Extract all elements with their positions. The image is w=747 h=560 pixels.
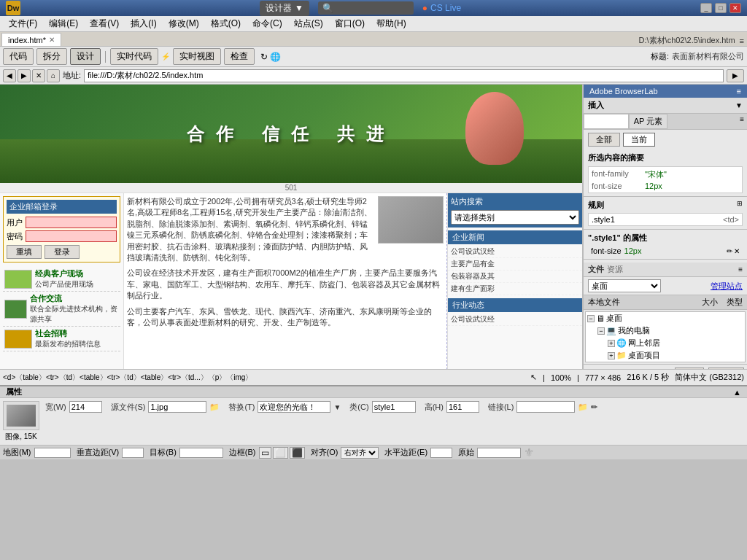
minimize-button[interactable]: _ [700,3,712,13]
file-panel-expand[interactable]: ≡ [738,265,743,273]
original-input[interactable] [477,448,521,458]
link-input[interactable] [516,401,575,413]
tab-close-button[interactable]: ✕ [49,36,55,44]
prop-fields: 宽(W) 源文件(S) 📁 替换(T) ▼ 类(C) 高(H) [45,401,744,442]
menu-edit[interactable]: 编辑(E) [43,16,84,31]
search-select[interactable]: 请选择类别 [451,210,579,225]
prop-edit-btn[interactable]: ✏ [727,247,732,255]
search-bar[interactable]: 🔍 [318,1,414,15]
menu-site[interactable]: 站点(S) [288,16,329,31]
document-tab-index[interactable]: index.htm* ✕ [1,33,61,46]
news-item-2[interactable]: 主要产品有金 [448,258,582,271]
alt-dropdown[interactable]: ▼ [333,403,341,411]
cslive-btn[interactable]: ● CS Live [422,3,461,13]
vert-input[interactable] [122,448,144,458]
prop-border-row: 边框(B) ▭ ⬜ ⬛ [229,447,305,459]
tree-expand-network[interactable]: + [608,340,615,347]
rules-icon[interactable]: ⊞ [737,200,743,211]
split-button[interactable]: 拆分 [36,48,67,65]
close-button[interactable]: ✕ [729,3,741,13]
username-input[interactable] [26,217,117,228]
align-select[interactable]: 右对齐 [341,447,379,459]
home-button[interactable]: ⌂ [47,69,60,82]
panel-expand-icon[interactable]: ≡ [737,87,741,96]
news-item-1[interactable]: 公司设武汉经 [448,246,582,258]
border-icon-3[interactable]: ⬛ [290,447,305,459]
nav-title-1: 经典客户现场 [35,268,93,279]
news-item-4[interactable]: 建有生产面彩 [448,283,582,295]
insert-options[interactable]: ▼ [735,101,743,109]
address-input[interactable] [84,69,724,82]
menu-view[interactable]: 查看(V) [84,16,125,31]
stop-button[interactable]: ✕ [32,69,45,82]
tree-item-desktop[interactable]: − 🖥 桌面 [586,312,745,324]
file-tab[interactable]: 文件 [588,264,604,275]
src-browse-icon[interactable]: 📁 [209,402,220,412]
back-button[interactable]: ◀ [3,69,16,82]
assets-tab[interactable]: 资源 [607,264,623,275]
menu-modify[interactable]: 修改(M) [163,16,205,31]
realtime-code-button[interactable]: 实时代码 [110,48,158,65]
nav-item-1[interactable]: 经典客户现场 公司产品使用现场 [3,267,120,292]
backup-button[interactable]: 备妥 [675,368,704,369]
link-edit-icon[interactable]: ✏ [591,402,597,412]
rule-item-1[interactable]: .style1 <td> [588,213,743,226]
css-styles-tab[interactable]: CSS 样式 [584,114,629,129]
horiz-input[interactable] [430,448,452,458]
target-input[interactable] [179,448,223,458]
height-input[interactable] [446,401,479,413]
design-button[interactable]: 设计 [70,48,101,65]
doc-options-icon[interactable]: ≡ [740,36,744,45]
prop-delete-btn[interactable]: ✕ [734,247,740,255]
map-input[interactable] [34,448,71,458]
tree-expand-desktop[interactable]: − [587,315,595,322]
log-button[interactable]: 日志... [708,368,744,369]
maximize-button[interactable]: □ [715,3,727,13]
forward-button[interactable]: ▶ [18,69,31,82]
reset-button[interactable]: 重填 [7,245,42,259]
menu-file[interactable]: 文件(F) [3,16,43,31]
browser-icon[interactable]: 🌐 [270,52,281,62]
tree-expand-desktop-items[interactable]: + [608,352,615,359]
class-input[interactable] [372,401,416,413]
tree-item-desktop-items[interactable]: + 📁 桌面项目 [606,349,745,362]
link-browse-icon[interactable]: 📁 [578,402,588,412]
border-icon-1[interactable]: ▭ [259,447,271,459]
nav-item-2[interactable]: 合作交流 联合全际先进技术机构，资源共享 [3,292,120,327]
alt-input[interactable] [258,401,330,413]
panel-right-arrow[interactable]: ▶ [597,369,605,370]
width-input[interactable] [69,401,102,413]
panel-right-expand[interactable]: ≡ [737,114,747,129]
nav-item-3[interactable]: 社会招聘 最新发布的招聘信息 [3,327,120,351]
ap-elements-tab[interactable]: AP 元素 [629,114,668,129]
menu-help[interactable]: 帮助(H) [371,16,412,31]
tree-item-mycomputer[interactable]: − 💻 我的电脑 [596,324,745,337]
cursor-icon[interactable]: ↖ [530,373,537,382]
industry-item-1[interactable]: 公司设武汉经 [448,314,582,326]
inspect-button[interactable]: 检查 [224,48,255,65]
login-button[interactable]: 登录 [44,245,80,259]
menu-command[interactable]: 命令(C) [247,16,288,31]
menu-insert[interactable]: 插入(I) [125,16,162,31]
menu-format[interactable]: 格式(O) [205,16,247,31]
refresh-icon[interactable]: ↻ [260,52,268,62]
code-button[interactable]: 代码 [3,48,34,65]
border-icon-2[interactable]: ⬜ [273,447,288,459]
menu-window[interactable]: 窗口(O) [329,16,371,31]
go-button[interactable]: ▶ [727,69,744,82]
panel-left-arrow[interactable]: ◀ [587,369,595,370]
news-item-3[interactable]: 包装容器及其 [448,271,582,283]
src-input[interactable] [148,401,206,413]
tree-expand-computer[interactable]: − [597,327,605,335]
all-button[interactable]: 全部 [588,133,620,147]
search-input[interactable] [336,4,409,12]
site-header: 合作 信任 共进 [0,85,582,183]
manage-site-link[interactable]: 管理站点 [711,281,743,292]
prop-expand-icon[interactable]: ▲ [733,388,741,397]
realtime-view-button[interactable]: 实时视图 [173,48,221,65]
password-input[interactable] [26,230,117,242]
site-select[interactable]: 桌面 [588,279,661,292]
designer-dropdown[interactable]: 设计器 ▼ [260,1,309,16]
current-button[interactable]: 当前 [623,133,655,147]
tree-item-network[interactable]: + 🌐 网上邻居 [606,337,745,349]
